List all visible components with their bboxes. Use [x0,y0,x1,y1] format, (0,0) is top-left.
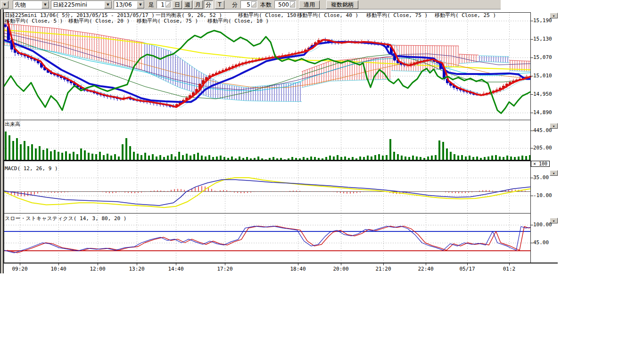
time-axis-label: 10:40 [50,266,66,272]
time-axis-label: 17:20 [217,266,232,272]
header-indicator-label: 移動平均( Close, 10 ) [207,18,269,24]
time-axis-label: 18:40 [290,266,305,272]
price-axis-label: 15,130 [533,36,552,42]
price-axis-label: 14,950 [533,91,552,97]
time-axis-label: 05/17 [459,266,475,272]
stoch-axis-label: 45.00 [533,240,549,246]
macd-axis-label: 35.00 [533,175,549,181]
macd-axis-label: -10.00 [533,193,552,198]
chart-application-window: ▼ 先物 ▼ 日経225mini ▼ 13/06 ▼ 足 1 日 週 月 分 T… [0,0,644,362]
volume-panel-label: 出来高 [5,122,20,127]
price-axis-label: 14,890 [533,110,552,115]
stochastics-panel-label: スロー・ストキャスティクス( 14, 3, 80, 20 ) [5,216,126,222]
header-indicator-label: 移動平均( Close, 20 ) [68,18,130,24]
volume-axis-label: 205.00 [533,145,552,151]
volume-multiplier-badge: × 100 [531,161,550,167]
header-indicator-label: 移動平均( Close, 40 ) [297,13,358,18]
header-indicator-label: 移動平均( Close, 75 ) [366,13,428,18]
time-axis-label: 22:40 [418,266,433,272]
stoch-axis-label: 100.00 [533,222,552,228]
time-axis-label: 13:20 [129,266,144,272]
volume-axis-label: 445.00 [533,128,552,133]
time-axis-label: 12:00 [90,266,105,272]
time-axis-label: 01:2 [503,266,516,272]
time-axis-label: 14:40 [168,266,183,272]
header-indicator-label: 移動平均( Close, 25 ) [435,13,496,18]
price-axis-label: 15,010 [533,73,552,79]
price-axis-label: 15,190 [533,18,552,24]
time-axis-label: 09:20 [12,266,27,272]
macd-axis-dropdown-button[interactable]: ▼ [550,170,558,176]
macd-panel-label: MACD( 12, 26, 9 ) [5,166,58,172]
time-axis-label: 21:20 [375,266,391,272]
time-axis-label: 20:00 [333,266,348,272]
price-axis-label: 15,070 [533,55,552,60]
header-indicator-label: 移動平均( Close, 75 ) [137,18,198,24]
header-indicator-label: 移動平均( Close, 5 ) [5,18,63,24]
